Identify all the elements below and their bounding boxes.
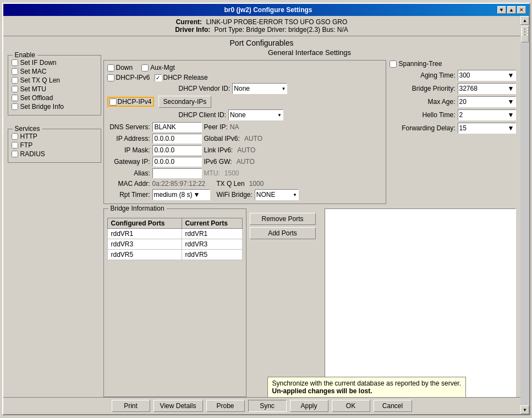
spanning-tree-header: Spanning-Tree — [390, 60, 516, 68]
radius-checkbox[interactable] — [12, 151, 18, 157]
spanning-tree-checkbox[interactable] — [390, 61, 397, 68]
set-offload-checkbox[interactable] — [12, 95, 18, 101]
down-checkbox[interactable] — [107, 64, 114, 72]
general-settings-box: Down Aux-Mgt DHCP-IPv6 — [103, 60, 386, 204]
ip-address-input[interactable] — [152, 134, 202, 144]
set-mtu-checkbox[interactable] — [12, 86, 18, 92]
scrollbar[interactable]: ▲ ▼ — [520, 16, 529, 414]
spanning-tree-section: Spanning-Tree Aging Time: 300 ▼ — [390, 60, 516, 204]
ok-button[interactable]: OK — [332, 400, 370, 412]
ip-address-row: IP Address: Global IPv6: AUTO — [107, 134, 382, 144]
hello-time-dropdown[interactable]: 2 ▼ — [458, 109, 516, 120]
ftp-label[interactable]: FTP — [20, 141, 33, 149]
set-mac-label[interactable]: Set MAC — [20, 68, 47, 75]
gateway-ip-row: Gateway IP: IPv6 GW: AUTO — [107, 157, 382, 167]
current-port-3: rddVR5 — [182, 250, 242, 260]
sync-button[interactable]: Sync — [248, 400, 287, 412]
dns-servers-input[interactable] — [152, 122, 202, 132]
set-if-down-checkbox[interactable] — [12, 59, 18, 66]
spanning-tree-fields: Aging Time: 300 ▼ Bridge Priority: 32768 — [390, 70, 516, 134]
set-tx-q-len-label[interactable]: Set TX Q Len — [20, 76, 61, 84]
text-area[interactable] — [325, 208, 516, 397]
wifi-bridge-dropdown[interactable]: NONE ▼ — [255, 189, 299, 200]
set-bridge-info-checkbox[interactable] — [12, 103, 18, 110]
top-row: Down Aux-Mgt DHCP-IPv6 — [103, 60, 516, 204]
dhcp-release-row: ✓ DHCP Release — [155, 74, 208, 81]
dhcp-ipv4-highlight: DHCP-IPv4 — [107, 97, 154, 107]
max-age-row: Max Age: 20 ▼ — [390, 96, 516, 107]
max-age-arrow: ▼ — [508, 98, 514, 106]
services-group: Services HTTP FTP RADIUS — [8, 129, 101, 163]
wifi-bridge-arrow: ▼ — [293, 193, 297, 197]
dhcp-row2: DHCP-IPv4 Secondary-IPs — [107, 96, 382, 108]
title-bar: br0 (jw2) Configure Settings ▼ ▲ ✕ — [3, 4, 529, 16]
dhcp-vendor-id-dropdown[interactable]: None ▼ — [232, 83, 287, 94]
view-details-button[interactable]: View Details — [153, 400, 203, 412]
cancel-button[interactable]: Cancel — [374, 400, 412, 412]
set-tx-q-len-checkbox[interactable] — [12, 77, 18, 84]
tx-q-len-value: 1000 — [249, 180, 264, 188]
scroll-down-button[interactable]: ▼ — [520, 405, 529, 414]
mac-addr-row: MAC Addr: 0a:22:85:97:12:22 TX Q Len 100… — [107, 180, 382, 188]
set-mtu-label[interactable]: Set MTU — [20, 85, 46, 93]
apply-button[interactable]: Apply — [290, 400, 328, 412]
set-mac-item: Set MAC — [12, 68, 97, 75]
restore-button[interactable]: ▲ — [507, 6, 516, 14]
hello-time-value: 2 — [459, 111, 463, 119]
info-section: Current: LINK-UP PROBE-ERROR TSO UFO GSO… — [3, 16, 520, 36]
enable-group: Enable Set IF Down Set MAC Set TX Q Len — [8, 55, 101, 116]
table-row: rddVR5 rddVR5 — [107, 250, 242, 260]
ip-mask-label: IP Mask: — [107, 146, 150, 154]
gateway-ip-input[interactable] — [152, 157, 202, 167]
http-checkbox[interactable] — [12, 133, 18, 140]
rpt-timer-dropdown[interactable]: medium (8 s) ▼ — [152, 189, 210, 200]
set-offload-label[interactable]: Set Offload — [20, 94, 53, 102]
down-check-row: Down — [107, 64, 133, 72]
alias-input[interactable] — [152, 168, 202, 178]
radius-label[interactable]: RADIUS — [20, 150, 45, 158]
dhcp-ipv6-label: DHCP-IPv6 — [116, 74, 150, 81]
bridge-priority-label: Bridge Priority: — [390, 85, 456, 92]
aux-mgt-checkbox[interactable] — [141, 64, 149, 72]
add-ports-button[interactable]: Add Ports — [250, 227, 316, 239]
global-ipv6-label: Global IPv6: — [204, 135, 240, 142]
global-ipv6-value: AUTO — [244, 135, 262, 142]
configured-port-3: rddVR5 — [107, 250, 182, 260]
http-label[interactable]: HTTP — [20, 133, 37, 140]
dhcp-release-checkbox[interactable]: ✓ — [155, 74, 162, 81]
minimize-button[interactable]: ▼ — [497, 6, 506, 14]
bridge-controls: Remove Ports Add Ports — [250, 208, 321, 397]
dhcp-client-id-row: DHCP Client ID: None ▼ — [107, 109, 382, 120]
dhcp-ipv4-checkbox[interactable] — [109, 98, 117, 106]
dhcp-client-id-dropdown[interactable]: None ▼ — [228, 109, 283, 120]
scroll-thumb[interactable] — [521, 26, 529, 42]
bridge-priority-dropdown[interactable]: 32768 ▼ — [458, 83, 516, 94]
alias-row: Alias: MTU: 1500 — [107, 168, 382, 178]
current-port-1: rddVR1 — [182, 229, 242, 239]
set-mac-checkbox[interactable] — [12, 68, 18, 75]
ip-mask-input[interactable] — [152, 145, 202, 155]
print-button[interactable]: Print — [112, 400, 150, 412]
gateway-ip-label: Gateway IP: — [107, 158, 150, 166]
driver-label: Driver Info: — [175, 26, 210, 34]
mtu-value: 1500 — [224, 169, 239, 177]
remove-ports-button[interactable]: Remove Ports — [250, 213, 316, 225]
aging-time-dropdown[interactable]: 300 ▼ — [458, 70, 516, 81]
max-age-dropdown[interactable]: 20 ▼ — [458, 96, 516, 107]
title-bar-buttons: ▼ ▲ ✕ — [497, 6, 526, 14]
secondary-ips-button[interactable]: Secondary-IPs — [158, 96, 212, 108]
down-label: Down — [116, 64, 133, 72]
ipv6-gw-value: AUTO — [237, 158, 255, 166]
forwarding-delay-dropdown[interactable]: 15 ▼ — [458, 123, 516, 134]
dhcp-ipv6-checkbox[interactable] — [107, 74, 114, 81]
ftp-checkbox[interactable] — [12, 142, 18, 148]
configured-port-1: rddVR1 — [107, 229, 182, 239]
close-button[interactable]: ✕ — [517, 6, 526, 14]
probe-button[interactable]: Probe — [206, 400, 245, 412]
set-offload-item: Set Offload — [12, 94, 97, 102]
set-bridge-info-label[interactable]: Set Bridge Info — [20, 103, 64, 111]
set-if-down-label[interactable]: Set IF Down — [20, 59, 57, 67]
scroll-up-button[interactable]: ▲ — [520, 16, 529, 25]
rpt-timer-row: Rpt Timer: medium (8 s) ▼ WiFi Bridge: N… — [107, 189, 382, 200]
scroll-track[interactable] — [520, 25, 529, 405]
